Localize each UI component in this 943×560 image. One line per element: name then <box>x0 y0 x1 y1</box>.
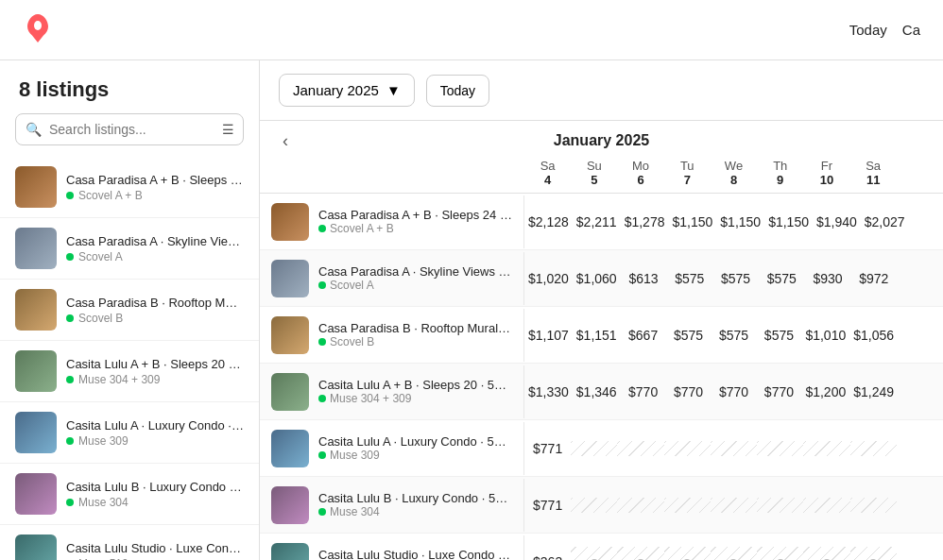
price-cell[interactable]: $770 <box>666 377 712 407</box>
search-input[interactable] <box>49 122 214 137</box>
listing-item[interactable]: Casita Lulu Studio · Luxe Condo w/ … Mus… <box>0 525 259 560</box>
month-label: January 2025 <box>293 82 379 98</box>
price-cell[interactable]: $1,060 <box>573 263 621 294</box>
price-cell[interactable]: $930 <box>805 263 851 294</box>
price-cell[interactable]: $1,056 <box>849 320 898 350</box>
price-cell[interactable]: $770 <box>621 377 666 407</box>
price-row-listing[interactable]: Casa Paradisa B · Rooftop Mural · 5… Sco… <box>260 309 524 362</box>
price-cell[interactable] <box>803 547 849 561</box>
price-cell[interactable]: $575 <box>756 320 801 350</box>
price-cell[interactable]: $2,211 <box>573 207 621 237</box>
price-cell[interactable]: $1,150 <box>716 207 764 237</box>
day-name: Th <box>761 159 799 173</box>
price-cell[interactable] <box>571 441 617 456</box>
price-cell[interactable]: $1,200 <box>801 377 849 407</box>
price-cell[interactable]: $1,010 <box>801 320 849 350</box>
airbnb-logo[interactable] <box>23 13 53 46</box>
price-value: $2,027 <box>865 214 905 229</box>
price-value: $770 <box>674 384 703 399</box>
listing-item[interactable]: Casita Lulu A + B · Sleeps 20 · 5min t… … <box>0 341 259 402</box>
price-cell[interactable]: $1,278 <box>621 207 669 237</box>
price-cell[interactable]: $2,027 <box>861 207 909 237</box>
price-value: $1,330 <box>528 384 569 399</box>
day-header-cell: We8 <box>711 153 757 193</box>
price-cell[interactable]: $575 <box>712 320 757 350</box>
listing-item[interactable]: Casita Lulu B · Luxury Condo · 5min … Mu… <box>0 464 259 525</box>
listing-item[interactable]: Casita Lulu A · Luxury Condo · 5min… Mus… <box>0 402 259 464</box>
row-status-dot <box>318 395 326 402</box>
price-cell[interactable] <box>757 441 803 456</box>
row-listing-name: Casita Lulu B · Luxury Condo · 5min … <box>318 491 512 505</box>
price-row-listing[interactable]: Casita Lulu A · Luxury Condo · 5min… Mus… <box>260 422 524 475</box>
price-cell[interactable]: $613 <box>621 263 667 294</box>
today-button[interactable]: Today <box>426 75 489 107</box>
price-cell[interactable]: $1,330 <box>524 377 573 407</box>
listing-item[interactable]: Casa Paradisa A + B · Sleeps 24 · 5m… Sc… <box>0 157 259 218</box>
price-cell[interactable]: $1,107 <box>524 320 573 350</box>
price-cell[interactable]: $575 <box>759 263 805 294</box>
price-row: Casita Lulu A + B · Sleeps 20 · 5min t… … <box>260 364 943 420</box>
price-cell[interactable] <box>617 498 663 513</box>
prev-month-button[interactable]: ‹ <box>275 127 296 155</box>
price-row-listing[interactable]: Casa Paradisa A + B · Sleeps 24 · 5m… Sc… <box>260 195 524 248</box>
price-cell[interactable] <box>617 547 663 561</box>
price-cell[interactable]: $1,249 <box>849 377 898 407</box>
price-row-listing[interactable]: Casita Lulu B · Luxury Condo · 5min … Mu… <box>260 479 524 532</box>
price-cell[interactable] <box>803 498 849 513</box>
price-row-listing[interactable]: Casa Paradisa A · Skyline Views · 5… Sco… <box>260 252 524 305</box>
price-cell[interactable]: $575 <box>666 263 712 294</box>
price-cell[interactable]: $1,150 <box>764 207 813 237</box>
price-cell[interactable] <box>664 547 711 561</box>
price-cell[interactable]: $972 <box>850 263 897 294</box>
price-cell[interactable] <box>571 547 617 561</box>
row-status-dot <box>318 451 326 459</box>
price-cell[interactable]: $1,020 <box>524 263 573 294</box>
month-select-button[interactable]: January 2025 ▼ <box>279 74 415 107</box>
price-cell[interactable]: $1,151 <box>573 320 621 350</box>
row-listing-code: Muse 304 <box>318 505 512 518</box>
price-cell[interactable]: $1,940 <box>813 207 861 237</box>
filter-icon[interactable]: ☰ <box>222 122 234 137</box>
price-cell[interactable] <box>850 498 897 513</box>
listing-item[interactable]: Casa Paradisa B · Rooftop Mural · 5… Sco… <box>0 280 259 341</box>
price-cell[interactable] <box>664 498 711 513</box>
price-cell[interactable] <box>617 441 663 456</box>
price-cell[interactable]: $2,128 <box>524 207 573 237</box>
listing-thumbnail <box>15 228 57 269</box>
listing-item[interactable]: Casa Paradisa A · Skyline Views · 5… Sco… <box>0 218 259 280</box>
price-value: $972 <box>859 271 888 286</box>
price-row-listing[interactable]: Casita Lulu Studio · Luxe Condo w/ … Mus… <box>260 535 524 561</box>
row-info: Casita Lulu A · Luxury Condo · 5min… Mus… <box>318 434 512 462</box>
price-cell[interactable]: $1,346 <box>573 377 621 407</box>
price-cell[interactable] <box>850 441 897 456</box>
price-cell[interactable]: $575 <box>712 263 759 294</box>
row-thumbnail <box>271 373 309 411</box>
calendar-grid-wrapper[interactable]: ‹ January 2025 Sa4Su5Mo6Tu7We8Th9Fr10Sa1… <box>260 121 943 560</box>
price-cell[interactable] <box>757 547 803 561</box>
price-cell[interactable]: $771 <box>524 490 571 520</box>
day-headers: Sa4Su5Mo6Tu7We8Th9Fr10Sa11 <box>260 153 943 194</box>
listing-sub: Muse 309 <box>66 434 244 448</box>
price-cell[interactable]: $770 <box>756 377 801 407</box>
price-cell[interactable]: $1,150 <box>668 207 716 237</box>
price-cell[interactable] <box>571 498 617 513</box>
day-name: Sa <box>854 159 893 173</box>
listing-info: Casa Paradisa A · Skyline Views · 5… Sco… <box>66 234 244 263</box>
price-cell[interactable] <box>711 441 757 456</box>
price-cell[interactable] <box>711 547 757 561</box>
price-cell[interactable] <box>850 547 897 561</box>
search-bar[interactable]: 🔍 ☰ <box>15 113 244 145</box>
price-cell[interactable] <box>664 441 711 456</box>
price-row-listing[interactable]: Casita Lulu A + B · Sleeps 20 · 5min t… … <box>260 365 524 418</box>
nav-today[interactable]: Today <box>849 22 887 38</box>
price-value: $1,278 <box>625 214 665 229</box>
price-cell[interactable]: $771 <box>524 433 571 464</box>
price-cell[interactable] <box>803 441 849 456</box>
price-cell[interactable]: $667 <box>621 320 666 350</box>
nav-calendar[interactable]: Ca <box>902 22 920 38</box>
price-cell[interactable] <box>757 498 803 513</box>
price-cell[interactable] <box>711 498 757 513</box>
price-cell[interactable]: $575 <box>666 320 712 350</box>
price-cell[interactable]: $770 <box>712 377 757 407</box>
price-cell[interactable]: $363 <box>524 547 571 561</box>
